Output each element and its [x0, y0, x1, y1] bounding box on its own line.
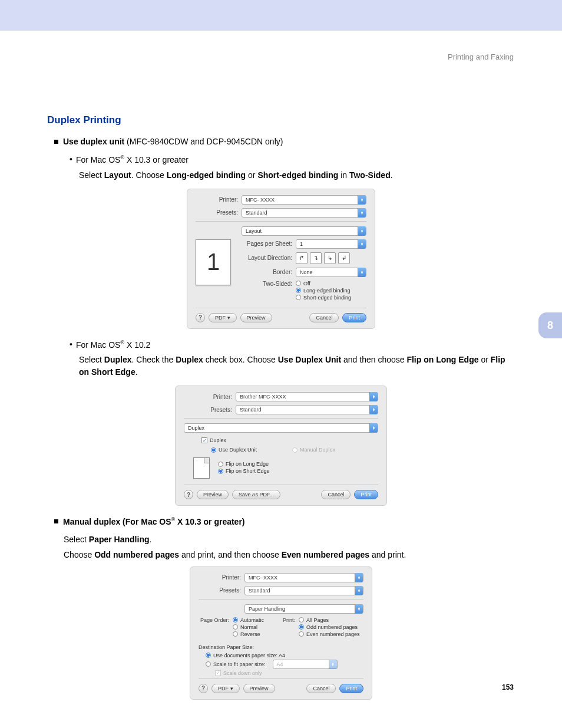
- bullet-manual-duplex: Manual duplex (For Mac OS® X 10.3 or gre…: [54, 516, 515, 526]
- cancel-button[interactable]: Cancel: [306, 684, 336, 693]
- presets-select[interactable]: Standard: [242, 208, 366, 218]
- presets-select[interactable]: Standard: [236, 405, 378, 414]
- printer-select[interactable]: MFC- XXXX: [242, 195, 366, 205]
- pps-label: Pages per Sheet:: [243, 241, 296, 247]
- layout-direction-buttons[interactable]: ↱ ↴ ↳ ↲: [296, 252, 350, 264]
- print-all-radio[interactable]: All Pages: [299, 617, 360, 623]
- presets-label: Presets:: [184, 407, 236, 413]
- sub-bullet-103: • For Mac OS® X 10.3 or greater: [70, 154, 515, 164]
- layout-dir-4[interactable]: ↲: [338, 252, 350, 264]
- page-number: 153: [502, 683, 514, 691]
- border-select[interactable]: None: [296, 268, 366, 277]
- chapter-tab: 8: [538, 312, 562, 338]
- printer-label: Printer:: [196, 196, 242, 203]
- save-as-pdf-button[interactable]: Save As PDF...: [232, 490, 280, 499]
- po-auto-radio[interactable]: Automatic: [233, 617, 264, 623]
- scale-down-check: ✓Scale down only: [215, 670, 363, 676]
- select-arrows-icon: [369, 423, 378, 433]
- top-banner: [0, 0, 562, 31]
- bullet1-rest: (MFC-9840CDW and DCP-9045CDN only): [124, 137, 283, 146]
- dest-paper-size-label: Destination Paper Size:: [199, 644, 363, 650]
- select-arrows-icon: [355, 604, 363, 614]
- print-button[interactable]: Print: [354, 490, 378, 499]
- select-arrows-icon: [358, 208, 366, 218]
- duplex-checkbox[interactable]: ✓Duplex: [201, 437, 378, 443]
- bullet2-a: Manual duplex (For Mac OS: [63, 517, 171, 526]
- page-content: Duplex Printing Use duplex unit (MFC-984…: [0, 31, 562, 700]
- square-bullet-icon: [54, 140, 58, 144]
- sub2-suffix: X 10.2: [124, 340, 150, 349]
- bullet1-bold: Use duplex unit: [63, 137, 124, 146]
- ts-label: Two-Sided:: [243, 281, 296, 287]
- ts-long-radio[interactable]: Long-edged binding: [296, 288, 351, 294]
- duplex-page-icon: [193, 457, 210, 479]
- print-button[interactable]: Print: [339, 684, 363, 693]
- use-doc-size-radio[interactable]: Use documents paper size: A4: [206, 653, 363, 658]
- preview-button[interactable]: Preview: [243, 684, 275, 693]
- pdf-button[interactable]: PDF ▾: [209, 313, 237, 322]
- panel-select[interactable]: Layout: [242, 226, 366, 236]
- layout-dir-3[interactable]: ↳: [324, 252, 336, 264]
- sub1-suffix: X 10.3 or greater: [124, 155, 189, 164]
- scale-paper-select[interactable]: A4: [273, 660, 338, 669]
- pps-select[interactable]: 1: [296, 239, 366, 249]
- preview-button[interactable]: Preview: [240, 313, 272, 322]
- manual-duplex-radio[interactable]: Manual Duplex: [292, 447, 335, 453]
- print-button[interactable]: Print: [342, 313, 366, 322]
- printer-select[interactable]: MFC- XXXX: [244, 573, 363, 582]
- select-arrows-icon: [355, 573, 363, 582]
- po-reverse-radio[interactable]: Reverse: [233, 631, 264, 637]
- cancel-button[interactable]: Cancel: [321, 490, 351, 499]
- presets-label: Presets:: [199, 587, 244, 594]
- ld-label: Layout Direction:: [243, 255, 296, 261]
- select-arrows-icon: [355, 586, 363, 595]
- print-odd-radio[interactable]: Odd numbered pages: [299, 624, 360, 630]
- layout-preview: 1: [196, 239, 231, 285]
- layout-dir-2[interactable]: ↴: [310, 252, 322, 264]
- select-arrows-icon: [358, 226, 366, 236]
- running-header: Printing and Faxing: [448, 52, 514, 61]
- preview-button[interactable]: Preview: [197, 490, 229, 499]
- help-button[interactable]: ?: [196, 313, 205, 322]
- panel-select[interactable]: Paper Handling: [244, 604, 363, 614]
- sub1-instruction: Select Layout. Choose Long-edged binding…: [79, 169, 515, 182]
- sub2-instruction: Select Duplex. Check the Duplex check bo…: [79, 354, 515, 378]
- presets-select[interactable]: Standard: [244, 586, 363, 595]
- border-label: Border:: [243, 269, 296, 275]
- dot-bullet-icon: •: [70, 340, 72, 349]
- bullet2-b: X 10.3 or greater): [175, 517, 244, 526]
- presets-label: Presets:: [196, 209, 242, 216]
- flip-long-radio[interactable]: Flip on Long Edge: [218, 461, 270, 467]
- print-dialog-layout: Printer: MFC- XXXX Presets: Standard Lay…: [187, 189, 375, 329]
- layout-dir-1[interactable]: ↱: [296, 252, 308, 264]
- cancel-button[interactable]: Cancel: [309, 313, 339, 322]
- ts-off-radio[interactable]: Off: [296, 281, 351, 286]
- select-arrows-icon: [358, 239, 366, 249]
- select-arrows-icon: [329, 660, 337, 669]
- bullet2-choose-line: Choose Odd numbered pages and print, and…: [64, 550, 515, 559]
- scale-fit-radio[interactable]: Scale to fit paper size: A4: [206, 660, 363, 669]
- printer-label: Printer:: [184, 394, 236, 400]
- section-title: Duplex Printing: [47, 114, 515, 126]
- select-arrows-icon: [358, 195, 366, 205]
- help-button[interactable]: ?: [184, 490, 193, 499]
- help-button[interactable]: ?: [199, 684, 208, 693]
- print-dialog-duplex: Printer: Brother MFC-XXXX Presets: Stand…: [175, 386, 387, 506]
- sub-bullet-102: • For Mac OS® X 10.2: [70, 340, 515, 350]
- po-normal-radio[interactable]: Normal: [233, 624, 264, 630]
- ts-short-radio[interactable]: Short-edged binding: [296, 295, 351, 301]
- print-dialog-paper-handling: Printer: MFC- XXXX Presets: Standard Pap…: [190, 566, 372, 700]
- printer-select[interactable]: Brother MFC-XXXX: [236, 392, 378, 401]
- sub2-prefix: For Mac OS: [76, 340, 120, 349]
- print-even-radio[interactable]: Even numbered pages: [299, 631, 360, 637]
- dot-bullet-icon: •: [70, 154, 72, 164]
- panel-select[interactable]: Duplex: [184, 423, 378, 433]
- page-order-label: Page Order:: [199, 617, 233, 623]
- pdf-button[interactable]: PDF ▾: [211, 684, 240, 693]
- bullet2-select-line: Select Paper Handling.: [64, 535, 515, 544]
- printer-label: Printer:: [199, 574, 244, 581]
- flip-short-radio[interactable]: Flip on Short Edge: [218, 468, 270, 474]
- sub1-prefix: For Mac OS: [76, 155, 120, 164]
- select-arrows-icon: [358, 268, 366, 277]
- use-duplex-unit-radio[interactable]: Use Duplex Unit: [211, 447, 257, 453]
